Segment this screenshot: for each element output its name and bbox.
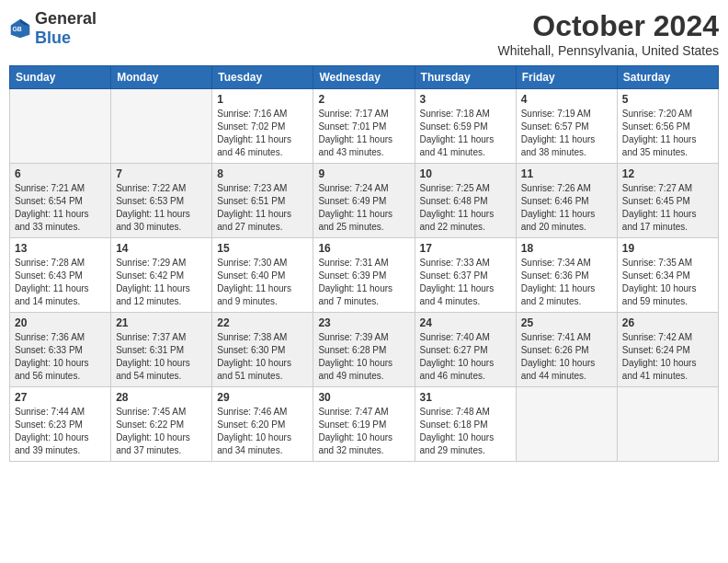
calendar-cell: 3Sunrise: 7:18 AM Sunset: 6:59 PM Daylig… bbox=[415, 89, 516, 164]
day-number: 11 bbox=[521, 167, 612, 180]
day-info: Sunrise: 7:38 AM Sunset: 6:30 PM Dayligh… bbox=[217, 331, 308, 383]
day-number: 6 bbox=[15, 167, 106, 180]
day-info: Sunrise: 7:39 AM Sunset: 6:28 PM Dayligh… bbox=[318, 331, 409, 383]
calendar-cell: 20Sunrise: 7:36 AM Sunset: 6:33 PM Dayli… bbox=[10, 313, 111, 387]
day-info: Sunrise: 7:28 AM Sunset: 6:43 PM Dayligh… bbox=[15, 257, 106, 308]
calendar-table: SundayMondayTuesdayWednesdayThursdayFrid… bbox=[9, 65, 719, 462]
calendar-cell: 21Sunrise: 7:37 AM Sunset: 6:31 PM Dayli… bbox=[111, 313, 212, 387]
calendar-cell: 8Sunrise: 7:23 AM Sunset: 6:51 PM Daylig… bbox=[212, 164, 313, 238]
week-row-3: 13Sunrise: 7:28 AM Sunset: 6:43 PM Dayli… bbox=[10, 238, 719, 313]
day-header-tuesday: Tuesday bbox=[212, 66, 313, 89]
day-info: Sunrise: 7:21 AM Sunset: 6:54 PM Dayligh… bbox=[15, 182, 106, 234]
day-info: Sunrise: 7:45 AM Sunset: 6:22 PM Dayligh… bbox=[116, 406, 207, 457]
calendar-cell: 13Sunrise: 7:28 AM Sunset: 6:43 PM Dayli… bbox=[10, 238, 111, 313]
day-info: Sunrise: 7:26 AM Sunset: 6:46 PM Dayligh… bbox=[521, 182, 612, 234]
day-header-friday: Friday bbox=[516, 66, 617, 89]
calendar-cell: 27Sunrise: 7:44 AM Sunset: 6:23 PM Dayli… bbox=[10, 387, 111, 462]
day-info: Sunrise: 7:23 AM Sunset: 6:51 PM Dayligh… bbox=[217, 182, 308, 234]
calendar-cell bbox=[516, 387, 617, 462]
day-info: Sunrise: 7:31 AM Sunset: 6:39 PM Dayligh… bbox=[318, 257, 409, 308]
day-number: 25 bbox=[521, 316, 612, 329]
calendar-cell: 11Sunrise: 7:26 AM Sunset: 6:46 PM Dayli… bbox=[516, 164, 617, 238]
day-info: Sunrise: 7:22 AM Sunset: 6:53 PM Dayligh… bbox=[116, 182, 207, 234]
calendar-cell: 4Sunrise: 7:19 AM Sunset: 6:57 PM Daylig… bbox=[516, 89, 617, 164]
day-number: 4 bbox=[521, 93, 612, 106]
day-number: 31 bbox=[420, 391, 511, 404]
day-info: Sunrise: 7:33 AM Sunset: 6:37 PM Dayligh… bbox=[420, 257, 511, 308]
day-number: 14 bbox=[116, 242, 207, 255]
week-row-4: 20Sunrise: 7:36 AM Sunset: 6:33 PM Dayli… bbox=[10, 313, 719, 387]
day-header-saturday: Saturday bbox=[617, 66, 718, 89]
calendar-cell: 17Sunrise: 7:33 AM Sunset: 6:37 PM Dayli… bbox=[415, 238, 516, 313]
day-number: 10 bbox=[420, 167, 511, 180]
day-number: 17 bbox=[420, 242, 511, 255]
day-info: Sunrise: 7:29 AM Sunset: 6:42 PM Dayligh… bbox=[116, 257, 207, 308]
day-info: Sunrise: 7:19 AM Sunset: 6:57 PM Dayligh… bbox=[521, 108, 612, 159]
day-info: Sunrise: 7:18 AM Sunset: 6:59 PM Dayligh… bbox=[420, 108, 511, 159]
day-number: 26 bbox=[622, 316, 713, 329]
calendar-cell: 16Sunrise: 7:31 AM Sunset: 6:39 PM Dayli… bbox=[313, 238, 415, 313]
day-number: 18 bbox=[521, 242, 612, 255]
day-number: 15 bbox=[217, 242, 308, 255]
day-number: 1 bbox=[217, 93, 308, 106]
day-info: Sunrise: 7:36 AM Sunset: 6:33 PM Dayligh… bbox=[15, 331, 106, 383]
calendar-cell: 30Sunrise: 7:47 AM Sunset: 6:19 PM Dayli… bbox=[313, 387, 415, 462]
day-number: 5 bbox=[622, 93, 713, 106]
day-header-sunday: Sunday bbox=[10, 66, 111, 89]
calendar-cell: 1Sunrise: 7:16 AM Sunset: 7:02 PM Daylig… bbox=[212, 89, 313, 164]
day-number: 30 bbox=[318, 391, 409, 404]
day-number: 20 bbox=[15, 316, 106, 329]
logo: GB General Blue bbox=[9, 9, 97, 48]
logo-text: General Blue bbox=[35, 9, 97, 48]
day-header-wednesday: Wednesday bbox=[313, 66, 415, 89]
day-info: Sunrise: 7:42 AM Sunset: 6:24 PM Dayligh… bbox=[622, 331, 713, 383]
day-info: Sunrise: 7:48 AM Sunset: 6:18 PM Dayligh… bbox=[420, 406, 511, 457]
calendar-cell: 7Sunrise: 7:22 AM Sunset: 6:53 PM Daylig… bbox=[111, 164, 212, 238]
day-number: 29 bbox=[217, 391, 308, 404]
calendar-cell bbox=[10, 89, 111, 164]
day-number: 3 bbox=[420, 93, 511, 106]
svg-text:GB: GB bbox=[12, 26, 21, 32]
week-row-1: 1Sunrise: 7:16 AM Sunset: 7:02 PM Daylig… bbox=[10, 89, 719, 164]
day-number: 27 bbox=[15, 391, 106, 404]
logo-icon: GB bbox=[9, 17, 31, 40]
calendar-cell: 31Sunrise: 7:48 AM Sunset: 6:18 PM Dayli… bbox=[415, 387, 516, 462]
day-number: 21 bbox=[116, 316, 207, 329]
day-number: 24 bbox=[420, 316, 511, 329]
day-header-thursday: Thursday bbox=[415, 66, 516, 89]
day-number: 23 bbox=[318, 316, 409, 329]
calendar-cell: 19Sunrise: 7:35 AM Sunset: 6:34 PM Dayli… bbox=[617, 238, 718, 313]
calendar-cell: 23Sunrise: 7:39 AM Sunset: 6:28 PM Dayli… bbox=[313, 313, 415, 387]
day-number: 22 bbox=[217, 316, 308, 329]
calendar-cell: 25Sunrise: 7:41 AM Sunset: 6:26 PM Dayli… bbox=[516, 313, 617, 387]
calendar-cell: 5Sunrise: 7:20 AM Sunset: 6:56 PM Daylig… bbox=[617, 89, 718, 164]
day-number: 13 bbox=[15, 242, 106, 255]
day-number: 28 bbox=[116, 391, 207, 404]
day-info: Sunrise: 7:41 AM Sunset: 6:26 PM Dayligh… bbox=[521, 331, 612, 383]
day-info: Sunrise: 7:35 AM Sunset: 6:34 PM Dayligh… bbox=[622, 257, 713, 308]
day-info: Sunrise: 7:46 AM Sunset: 6:20 PM Dayligh… bbox=[217, 406, 308, 457]
calendar-cell: 24Sunrise: 7:40 AM Sunset: 6:27 PM Dayli… bbox=[415, 313, 516, 387]
day-number: 12 bbox=[622, 167, 713, 180]
day-info: Sunrise: 7:44 AM Sunset: 6:23 PM Dayligh… bbox=[15, 406, 106, 457]
day-number: 7 bbox=[116, 167, 207, 180]
page-header: GB General Blue October 2024 Whitehall, … bbox=[9, 9, 719, 58]
week-row-2: 6Sunrise: 7:21 AM Sunset: 6:54 PM Daylig… bbox=[10, 164, 719, 238]
calendar-cell: 26Sunrise: 7:42 AM Sunset: 6:24 PM Dayli… bbox=[617, 313, 718, 387]
calendar-cell: 29Sunrise: 7:46 AM Sunset: 6:20 PM Dayli… bbox=[212, 387, 313, 462]
month-title: October 2024 bbox=[498, 9, 719, 43]
day-number: 9 bbox=[318, 167, 409, 180]
calendar-cell: 18Sunrise: 7:34 AM Sunset: 6:36 PM Dayli… bbox=[516, 238, 617, 313]
day-number: 16 bbox=[318, 242, 409, 255]
day-info: Sunrise: 7:47 AM Sunset: 6:19 PM Dayligh… bbox=[318, 406, 409, 457]
day-number: 8 bbox=[217, 167, 308, 180]
location-title: Whitehall, Pennsylvania, United States bbox=[498, 43, 719, 58]
day-header-monday: Monday bbox=[111, 66, 212, 89]
calendar-cell: 2Sunrise: 7:17 AM Sunset: 7:01 PM Daylig… bbox=[313, 89, 415, 164]
calendar-cell: 22Sunrise: 7:38 AM Sunset: 6:30 PM Dayli… bbox=[212, 313, 313, 387]
day-number: 19 bbox=[622, 242, 713, 255]
calendar-cell: 10Sunrise: 7:25 AM Sunset: 6:48 PM Dayli… bbox=[415, 164, 516, 238]
day-info: Sunrise: 7:34 AM Sunset: 6:36 PM Dayligh… bbox=[521, 257, 612, 308]
calendar-header-row: SundayMondayTuesdayWednesdayThursdayFrid… bbox=[10, 66, 719, 89]
day-info: Sunrise: 7:30 AM Sunset: 6:40 PM Dayligh… bbox=[217, 257, 308, 308]
